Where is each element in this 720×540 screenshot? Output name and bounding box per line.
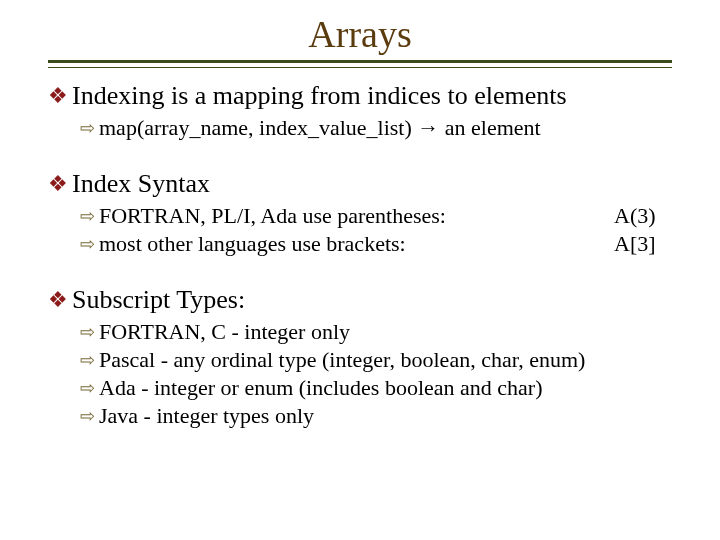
bullet-level2: ⇨ Java - integer types only (80, 402, 672, 430)
slide: Arrays ❖ Indexing is a mapping from indi… (0, 0, 720, 540)
bullet-level2: ⇨ Ada - integer or enum (includes boolea… (80, 374, 672, 402)
sub-list: ⇨ map(array_name, index_value_list) → an… (80, 114, 672, 142)
bullet-text: Index Syntax (72, 168, 210, 200)
example-text: A(3) (614, 202, 672, 230)
diamond-icon: ❖ (48, 80, 68, 112)
bullet-level2: ⇨ Pascal - any ordinal type (integer, bo… (80, 346, 672, 374)
arrow-icon: ⇨ (80, 114, 95, 142)
arrow-icon: ⇨ (80, 346, 95, 374)
bullet-level2: ⇨ map(array_name, index_value_list) → an… (80, 114, 672, 142)
list-item: ⇨ FORTRAN, PL/I, Ada use parentheses: A(… (80, 202, 672, 230)
bullet-text: FORTRAN, C - integer only (99, 318, 672, 346)
bullet-text: FORTRAN, PL/I, Ada use parentheses: (99, 202, 594, 230)
example-text: A[3] (614, 230, 672, 258)
bullet-level1: ❖ Index Syntax (48, 168, 672, 200)
diamond-icon: ❖ (48, 284, 68, 316)
arrow-icon: ⇨ (80, 402, 95, 430)
arrow-icon: ⇨ (80, 202, 95, 230)
arrow-icon: ⇨ (80, 230, 95, 258)
bullet-text: Subscript Types: (72, 284, 245, 316)
sub-list: ⇨ FORTRAN, C - integer only ⇨ Pascal - a… (80, 318, 672, 430)
bullet-text: Pascal - any ordinal type (integer, bool… (99, 346, 672, 374)
bullet-text: Ada - integer or enum (includes boolean … (99, 374, 672, 402)
sub-list: ⇨ FORTRAN, PL/I, Ada use parentheses: A(… (80, 202, 672, 258)
title-underline (48, 60, 672, 68)
bullet-text: Java - integer types only (99, 402, 672, 430)
diamond-icon: ❖ (48, 168, 68, 200)
arrow-icon: ⇨ (80, 318, 95, 346)
bullet-level1: ❖ Subscript Types: (48, 284, 672, 316)
page-title: Arrays (48, 12, 672, 56)
bullet-level2: ⇨ FORTRAN, C - integer only (80, 318, 672, 346)
bullet-text: Indexing is a mapping from indices to el… (72, 80, 567, 112)
bullet-level1: ❖ Indexing is a mapping from indices to … (48, 80, 672, 112)
arrow-icon: ⇨ (80, 374, 95, 402)
bullet-text: most other languages use brackets: (99, 230, 594, 258)
list-item: ⇨ most other languages use brackets: A[3… (80, 230, 672, 258)
bullet-text: map(array_name, index_value_list) → an e… (99, 114, 672, 142)
